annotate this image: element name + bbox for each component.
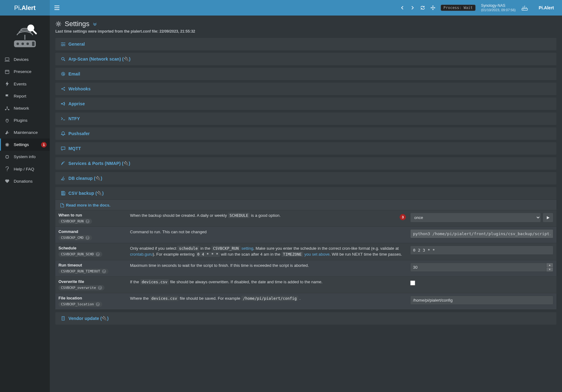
host-name: Synology-NAS	[481, 3, 505, 8]
svg-point-24	[64, 87, 65, 88]
setting-row: File locationCSVBCKP_location?Where the …	[55, 293, 556, 309]
docs-link[interactable]: Read more in the docs.	[55, 200, 556, 210]
expand-all-icon[interactable]	[93, 22, 97, 26]
svg-rect-0	[522, 8, 527, 10]
svg-rect-14	[6, 156, 8, 158]
network-icon	[4, 106, 10, 111]
question-icon	[4, 166, 10, 171]
panel-head-webhooks[interactable]: Webhooks	[55, 83, 556, 95]
select-input[interactable]: once	[410, 213, 541, 222]
nav-server-icon[interactable]	[521, 5, 528, 11]
sidebar-item-report[interactable]: Report	[0, 90, 50, 102]
number-spinner[interactable]: ▲▼	[546, 263, 553, 272]
settings-accordion: General Arp-Scan (Network scan) (🔌) Emai…	[55, 38, 556, 325]
help-icon[interactable]: ?	[86, 236, 90, 240]
checkbox-input[interactable]	[410, 280, 415, 285]
sidebar-item-devices[interactable]: Devices	[0, 53, 50, 66]
inline-link[interactable]: you set above	[304, 252, 330, 257]
panel-label: NTFY	[68, 116, 80, 121]
sidebar-item-help[interactable]: Help / FAQ	[0, 163, 50, 175]
setting-row: ScheduleCSVBCKP_RUN_SCHD?Only enabled if…	[55, 243, 556, 260]
brand[interactable]: Pi.Alert	[0, 0, 50, 16]
nav-right: Process: Wait Synology-NAS (01/10/2023, …	[400, 0, 562, 16]
help-icon[interactable]: ?	[98, 286, 102, 290]
panel-head-email[interactable]: Email	[55, 68, 556, 80]
svg-point-23	[61, 88, 63, 89]
run-button[interactable]	[543, 213, 553, 222]
svg-point-4	[21, 43, 24, 45]
panel-apprise: Apprise	[55, 98, 556, 110]
text-input	[410, 229, 553, 238]
panel-label: Services & Ports (NMAP) (🔌)	[68, 161, 130, 166]
nav-back-icon[interactable]	[400, 6, 405, 10]
panel-head-vendorupdate[interactable]: Vendor update (🔌)	[55, 312, 556, 325]
docs-link-text: Read more in the docs.	[66, 203, 110, 207]
help-icon[interactable]: ?	[96, 252, 100, 256]
setting-description: Where the devices.csv file should be sav…	[130, 296, 404, 302]
setting-title: Overwrite file	[58, 279, 124, 284]
setting-description: When the backup should be created. A dai…	[130, 213, 404, 219]
chip-icon	[4, 155, 10, 159]
sidebar-item-label: Events	[14, 82, 26, 86]
panel-label: Email	[68, 71, 80, 76]
host-block: Synology-NAS (01/10/2023, 09:07:56)	[481, 3, 516, 12]
panel-head-pushsafer[interactable]: Pushsafer	[55, 127, 556, 140]
terminal-icon	[60, 116, 66, 121]
panel-head-apprise[interactable]: Apprise	[55, 98, 556, 110]
setting-code: CSVBCKP_RUN?	[58, 219, 92, 224]
panel-label: MQTT	[68, 146, 81, 151]
panel-head-ntfy[interactable]: NTFY	[55, 112, 556, 125]
panel-head-nmap[interactable]: Services & Ports (NMAP) (🔌)	[55, 157, 556, 170]
help-icon[interactable]: ?	[102, 269, 106, 273]
sidebar-item-settings[interactable]: Settings1	[0, 139, 50, 151]
panel-label: CSV backup (🔌)	[68, 191, 104, 196]
sidebar-item-system-info[interactable]: System info	[0, 151, 50, 163]
help-icon[interactable]: ?	[86, 219, 90, 223]
setting-row: Run timeoutCSVBCKP_RUN_TIMEOUT?Maximum t…	[55, 260, 556, 276]
sidebar-item-plugins[interactable]: Plugins	[0, 114, 50, 126]
sidebar-item-network[interactable]: Network	[0, 102, 50, 114]
setting-title: Command	[58, 229, 124, 234]
sidebar-item-presence[interactable]: Presence	[0, 66, 50, 78]
inline-link[interactable]: crontab.guru	[130, 252, 153, 257]
svg-point-10	[7, 107, 8, 108]
sidebar-item-label: Settings	[14, 142, 29, 147]
svg-point-5	[26, 43, 29, 45]
panel-head-general[interactable]: General	[55, 38, 556, 50]
inline-link[interactable]: setting	[241, 246, 253, 251]
gear-icon	[4, 143, 10, 147]
panel-head-csvbackup[interactable]: CSV backup (🔌)	[55, 187, 556, 199]
nav-forward-icon[interactable]	[410, 6, 415, 10]
right-brand[interactable]: Pi.Alert	[534, 5, 559, 10]
sidebar-toggle[interactable]	[50, 0, 64, 16]
sidebar-item-donations[interactable]: Donations	[0, 175, 50, 187]
svg-rect-26	[62, 317, 64, 320]
panel-vendorupdate: Vendor update (🔌)	[55, 312, 556, 325]
svg-point-18	[63, 44, 64, 45]
panel-csvbackup: 2 CSV backup (🔌) Read more in the docs. …	[55, 187, 556, 310]
nav-move-icon[interactable]	[431, 6, 435, 10]
panel-dbcleanup: DB cleanup (🔌)	[55, 172, 556, 185]
page-title: Settings	[55, 20, 556, 28]
panel-head-dbcleanup[interactable]: DB cleanup (🔌)	[55, 172, 556, 185]
svg-point-25	[64, 89, 65, 91]
sidebar-item-label: Network	[14, 106, 29, 111]
svg-point-21	[62, 72, 65, 76]
panel-head-mqtt[interactable]: MQTT	[55, 142, 556, 155]
svg-point-19	[62, 45, 63, 46]
laptop-icon	[4, 57, 10, 62]
help-icon[interactable]: ?	[96, 302, 100, 306]
panel-general: General	[55, 38, 556, 50]
sidebar-logo	[0, 16, 50, 53]
panel-head-arpscan[interactable]: Arp-Scan (Network scan) (🔌)	[55, 53, 556, 65]
svg-point-3	[16, 43, 19, 45]
text-input[interactable]	[410, 296, 553, 305]
sidebar-item-events[interactable]: Events	[0, 78, 50, 90]
number-input[interactable]	[410, 263, 546, 272]
text-input[interactable]	[410, 246, 553, 255]
annotation-badge-3: 3	[400, 214, 406, 220]
wrench-icon	[4, 130, 10, 135]
sidebar-item-label: Plugins	[14, 118, 27, 123]
sidebar-item-maintenance[interactable]: Maintenance	[0, 126, 50, 139]
nav-refresh-icon[interactable]	[420, 6, 425, 10]
